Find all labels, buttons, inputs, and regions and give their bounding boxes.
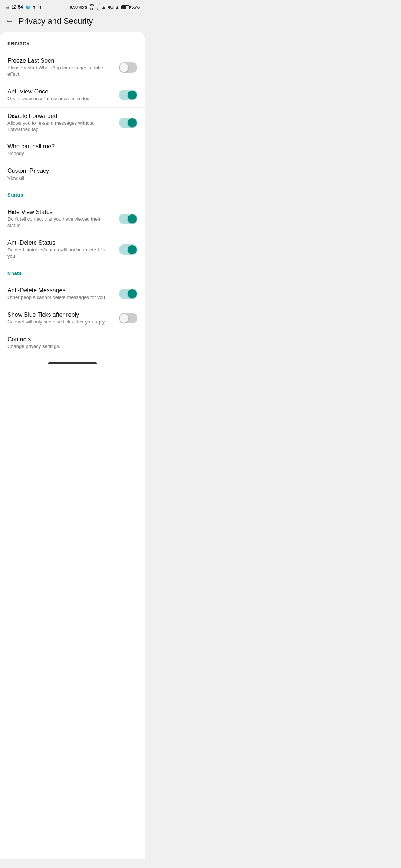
- network-speed: 0.90 KB/S: [70, 5, 87, 9]
- hide-view-status-subtitle: Don't tell contact that you have viewed …: [7, 216, 114, 229]
- time: 12:54: [12, 4, 23, 10]
- show-blue-ticks-title: Show Blue Ticks after reply: [7, 312, 114, 318]
- freeze-last-seen-toggle[interactable]: [119, 62, 137, 73]
- facebook-icon: f: [33, 4, 35, 10]
- custom-privacy-subtitle: View all: [7, 175, 137, 181]
- anti-view-once-title: Anti-View Once: [7, 88, 114, 95]
- sim-icon: ⊟: [5, 4, 9, 10]
- contacts-title: Contacts: [7, 336, 137, 343]
- custom-privacy-title: Custom Privacy: [7, 168, 137, 174]
- contacts-item[interactable]: Contacts Change privacy settings.: [0, 331, 145, 355]
- anti-view-once-subtitle: Open "view once" messages unlimited: [7, 96, 114, 102]
- anti-delete-status-item[interactable]: Anti-Delete Status Deleted statuses/stor…: [0, 234, 145, 265]
- who-can-call-title: Who can call me?: [7, 143, 137, 150]
- home-indicator: [48, 362, 97, 364]
- disable-forwarded-toggle[interactable]: [119, 118, 137, 128]
- 4g-icon: 4G: [108, 5, 113, 9]
- anti-delete-status-subtitle: Deleted statuses/stories will not be del…: [7, 247, 114, 260]
- anti-delete-messages-item[interactable]: Anti-Delete Messages Other people cannot…: [0, 282, 145, 306]
- content-card: PRIVACY Freeze Last Seen Please restart …: [0, 32, 145, 859]
- who-can-call-item[interactable]: Who can call me? Nobody: [0, 138, 145, 162]
- status-left: ⊟ 12:54 🐦 f ◻: [5, 4, 41, 10]
- disable-forwarded-subtitle: Allows you to re-send messages without F…: [7, 120, 114, 133]
- signal2-icon: ▲: [115, 4, 120, 10]
- anti-delete-status-toggle[interactable]: [119, 244, 137, 255]
- chats-section-label: Chats: [0, 265, 145, 282]
- anti-view-once-toggle[interactable]: [119, 90, 137, 100]
- signal-icon: ▲: [102, 4, 106, 10]
- instagram-icon: ◻: [37, 4, 41, 10]
- custom-privacy-item[interactable]: Custom Privacy View all: [0, 162, 145, 187]
- back-button[interactable]: ←: [5, 16, 13, 26]
- page-title: Privacy and Security: [19, 16, 93, 26]
- anti-delete-messages-subtitle: Other people cannot delete messages for …: [7, 295, 114, 301]
- battery-percent: 55%: [131, 5, 140, 9]
- anti-delete-messages-title: Anti-Delete Messages: [7, 287, 114, 294]
- freeze-last-seen-subtitle: Please restart WhatsApp for changes to t…: [7, 65, 114, 78]
- show-blue-ticks-toggle[interactable]: [119, 313, 137, 323]
- freeze-last-seen-item[interactable]: Freeze Last Seen Please restart WhatsApp…: [0, 52, 145, 83]
- show-blue-ticks-subtitle: Contact will only see blue ticks after y…: [7, 319, 114, 325]
- battery-icon: [121, 5, 130, 9]
- privacy-section-label: PRIVACY: [0, 39, 145, 52]
- disable-forwarded-item[interactable]: Disable Forwarded Allows you to re-send …: [0, 108, 145, 138]
- hide-view-status-title: Hide View Status: [7, 209, 114, 216]
- twitter-icon: 🐦: [25, 4, 31, 10]
- status-section-label: Status: [0, 187, 145, 204]
- show-blue-ticks-item[interactable]: Show Blue Ticks after reply Contact will…: [0, 306, 145, 331]
- status-bar: ⊟ 12:54 🐦 f ◻ 0.90 KB/S VoLTE 2 ▲ 4G ▲ 5…: [0, 0, 145, 13]
- disable-forwarded-title: Disable Forwarded: [7, 113, 114, 119]
- anti-view-once-item[interactable]: Anti-View Once Open "view once" messages…: [0, 83, 145, 108]
- hide-view-status-item[interactable]: Hide View Status Don't tell contact that…: [0, 204, 145, 234]
- volte-badge: VoLTE 2: [89, 3, 100, 11]
- status-right: 0.90 KB/S VoLTE 2 ▲ 4G ▲ 55%: [70, 3, 140, 11]
- anti-delete-messages-toggle[interactable]: [119, 289, 137, 299]
- anti-delete-status-title: Anti-Delete Status: [7, 240, 114, 246]
- who-can-call-subtitle: Nobody: [7, 151, 137, 157]
- freeze-last-seen-title: Freeze Last Seen: [7, 57, 114, 64]
- contacts-subtitle: Change privacy settings.: [7, 343, 137, 350]
- hide-view-status-toggle[interactable]: [119, 214, 137, 224]
- header: ← Privacy and Security: [0, 13, 145, 32]
